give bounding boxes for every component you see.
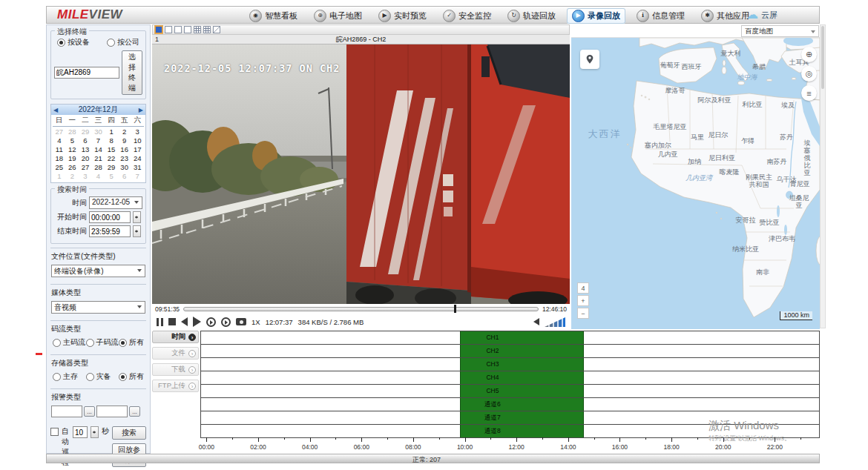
radio-sub-stream[interactable]: 子码流 xyxy=(86,337,119,348)
alarm-type-more-button-1[interactable]: ... xyxy=(84,406,95,417)
speaker-icon[interactable] xyxy=(533,318,539,325)
cloud-screen-button[interactable]: ☁ 云屏 xyxy=(746,9,777,21)
alarm-type-more-button-2[interactable]: ... xyxy=(129,406,140,417)
calendar-next-icon[interactable]: ▶ xyxy=(139,107,143,113)
nav-item-轨迹回放[interactable]: ↻轨迹回放 xyxy=(502,8,561,24)
layout-6-icon[interactable] xyxy=(184,26,191,33)
snapshot-button[interactable] xyxy=(236,318,246,325)
calendar-day[interactable]: 7 xyxy=(131,172,144,180)
calendar-day[interactable]: 5 xyxy=(105,172,118,180)
calendar-day[interactable]: 9 xyxy=(118,136,131,145)
calendar-day[interactable]: 6 xyxy=(118,172,131,180)
layout-8-icon[interactable] xyxy=(194,26,201,33)
channel-row-CH2[interactable]: CH2 xyxy=(201,345,819,358)
calendar-day[interactable]: 31 xyxy=(131,163,144,171)
nav-item-实时预览[interactable]: ▶实时预览 xyxy=(373,8,432,24)
video-screen[interactable]: 2022-12-05 12:07:37 ON CH2 xyxy=(152,44,570,304)
channel-row-CH5[interactable]: CH5 xyxy=(201,385,819,398)
date-select[interactable]: 2022-12-05 xyxy=(89,196,142,209)
calendar-day[interactable]: 18 xyxy=(53,154,66,162)
select-terminal-button[interactable]: 选择终端 xyxy=(122,50,142,95)
file-location-select[interactable]: 终端设备(录像) xyxy=(51,265,145,277)
seek-knob[interactable] xyxy=(454,305,456,313)
calendar-day[interactable]: 17 xyxy=(131,145,144,153)
map-globe-icon[interactable]: ◎ xyxy=(801,66,817,82)
layout-9-icon[interactable] xyxy=(203,26,211,33)
calendar-day[interactable]: 2 xyxy=(66,172,79,180)
calendar-day[interactable]: 30 xyxy=(92,128,105,136)
plate-input[interactable] xyxy=(54,67,119,79)
media-type-select[interactable]: 音视频 xyxy=(51,301,145,314)
radio-backup-storage[interactable]: 灾备 xyxy=(86,371,111,382)
calendar-day[interactable]: 1 xyxy=(53,172,66,180)
layout-1-icon[interactable] xyxy=(155,26,162,33)
calendar-day[interactable]: 12 xyxy=(66,145,79,153)
map-canvas[interactable]: 大西洋地中海几内亚湾葡萄牙西班牙意大利希腊土耳其摩洛哥阿尔及利亚利比亚埃及毛里塔… xyxy=(571,38,820,329)
layout-2-icon[interactable] xyxy=(165,26,172,33)
calendar-day[interactable]: 25 xyxy=(53,163,66,171)
radio-main-stream[interactable]: 主码流 xyxy=(53,337,85,348)
calendar-day[interactable]: 11 xyxy=(53,145,66,153)
fullscreen-icon[interactable] xyxy=(213,26,220,33)
end-time-spinner[interactable] xyxy=(133,225,141,237)
auto-patrol-checkbox[interactable] xyxy=(50,428,59,436)
calendar-day[interactable]: 28 xyxy=(92,163,105,171)
calendar-day[interactable]: 13 xyxy=(79,145,92,153)
seek-bar[interactable] xyxy=(183,307,539,311)
recording-block[interactable]: CH3 xyxy=(460,358,584,371)
calendar-day[interactable]: 20 xyxy=(79,154,92,162)
recording-block[interactable]: CH1 xyxy=(460,331,584,344)
recording-block[interactable]: 通道8 xyxy=(460,425,584,437)
calendar-day[interactable]: 23 xyxy=(118,154,131,162)
recording-block[interactable]: 通道7 xyxy=(460,411,584,424)
calendar-day[interactable]: 6 xyxy=(79,136,92,145)
radio-all-streams[interactable]: 所有 xyxy=(119,337,144,348)
radio-by-company[interactable]: 按公司 xyxy=(107,37,139,47)
recording-block[interactable]: CH5 xyxy=(460,385,584,397)
calendar-day[interactable]: 10 xyxy=(131,136,144,145)
channel-row-CH4[interactable]: CH4 xyxy=(201,371,819,385)
auto-patrol-interval-input[interactable] xyxy=(73,426,88,438)
calendar-day[interactable]: 7 xyxy=(92,136,105,145)
tab-download[interactable]: 下载› xyxy=(152,363,199,376)
recording-block[interactable]: 通道6 xyxy=(460,398,584,411)
search-button[interactable]: 搜索 xyxy=(112,426,146,440)
calendar-day[interactable]: 4 xyxy=(92,172,105,180)
slow-play-button[interactable] xyxy=(206,317,216,327)
calendar-day[interactable]: 1 xyxy=(105,128,118,136)
calendar-day[interactable]: 3 xyxy=(131,128,144,136)
locate-button[interactable] xyxy=(580,50,599,69)
start-time-spinner[interactable] xyxy=(133,211,141,223)
stop-button[interactable] xyxy=(168,318,176,325)
tab-time[interactable]: 时间› xyxy=(152,331,199,343)
calendar-day[interactable]: 14 xyxy=(92,145,105,153)
radio-by-device[interactable]: 按设备 xyxy=(57,37,90,47)
auto-patrol-spinner[interactable] xyxy=(91,426,99,438)
calendar-day[interactable]: 3 xyxy=(79,172,92,180)
calendar-day[interactable]: 5 xyxy=(66,136,79,145)
map-gear-icon[interactable]: ⊕ xyxy=(801,47,817,62)
calendar-day[interactable]: 4 xyxy=(53,136,66,145)
calendar-day[interactable]: 28 xyxy=(66,128,79,136)
alarm-type-input-2[interactable] xyxy=(96,406,128,417)
volume-bars[interactable] xyxy=(545,317,565,327)
calendar-day[interactable]: 24 xyxy=(131,154,144,162)
calendar-day[interactable]: 21 xyxy=(92,154,105,162)
play-button[interactable] xyxy=(193,317,201,327)
radio-main-storage[interactable]: 主存 xyxy=(53,371,78,382)
channel-row-CH3[interactable]: CH3 xyxy=(201,358,819,371)
map-provider-select[interactable]: 百度地图 xyxy=(741,25,819,37)
nav-item-信息管理[interactable]: ℹ信息管理 xyxy=(631,8,690,24)
channel-row-通道7[interactable]: 通道7 xyxy=(201,411,819,425)
nav-item-电子地图[interactable]: ⊕电子地图 xyxy=(309,8,367,24)
tab-ftp-upload[interactable]: FTP上传› xyxy=(152,380,199,392)
calendar-day[interactable]: 27 xyxy=(79,163,92,171)
channel-row-通道6[interactable]: 通道6 xyxy=(201,398,819,411)
alarm-type-input-1[interactable] xyxy=(51,406,82,417)
calendar-day[interactable]: 19 xyxy=(66,154,79,162)
recording-block[interactable]: CH4 xyxy=(460,371,584,384)
calendar-day[interactable]: 16 xyxy=(118,145,131,153)
calendar-day[interactable]: 8 xyxy=(105,136,118,145)
start-time-input[interactable] xyxy=(89,211,131,223)
map-scrollbar[interactable] xyxy=(820,24,826,328)
